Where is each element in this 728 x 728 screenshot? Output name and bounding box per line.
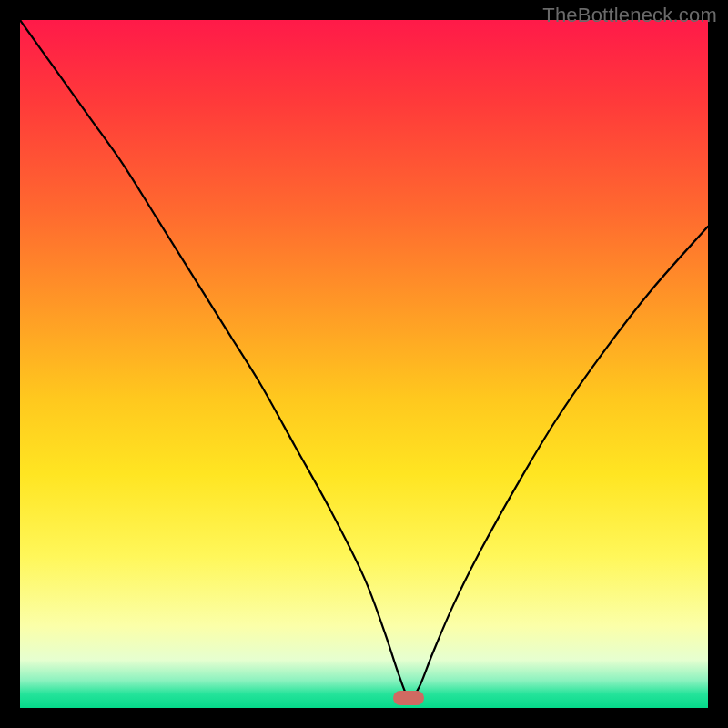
optimal-marker [393, 691, 424, 705]
curve-svg [20, 20, 708, 708]
watermark-text: TheBottleneck.com [542, 4, 717, 27]
bottleneck-curve [20, 20, 708, 698]
chart-frame: TheBottleneck.com [0, 0, 728, 728]
plot-area [20, 20, 708, 708]
